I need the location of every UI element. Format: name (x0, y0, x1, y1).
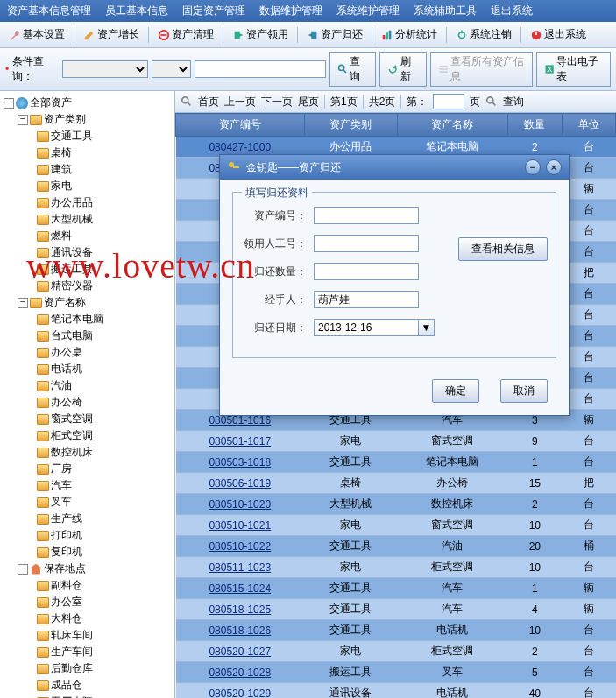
tree-leaf[interactable]: 数控机床 (4, 444, 171, 461)
table-row[interactable]: 080510-1020大型机械数控机床2台 (176, 494, 616, 515)
tree-leaf[interactable]: 生产线 (4, 511, 171, 527)
tree-leaf[interactable]: 汽车 (4, 477, 171, 494)
stats-button[interactable]: 分析统计 (378, 25, 441, 44)
basic-settings-button[interactable]: 基本设置 (5, 25, 68, 44)
tree-leaf[interactable]: 办公桌 (4, 344, 171, 361)
table-row[interactable]: 080520-1027家电柜式空调2台 (176, 641, 616, 662)
asset-clear-button[interactable]: 资产清理 (154, 25, 217, 44)
date-dropdown-button[interactable]: ▼ (419, 319, 435, 336)
tree-leaf[interactable]: 建筑 (4, 161, 171, 178)
tree-leaf[interactable]: 成品仓 (4, 677, 171, 694)
menu-item[interactable]: 退出系统 (491, 4, 533, 18)
table-row[interactable]: 080515-1024交通工具汽车1辆 (176, 578, 616, 599)
view-related-button[interactable]: 查看相关信息 (458, 237, 548, 261)
menu-item[interactable]: 资产基本信息管理 (7, 4, 91, 18)
table-row[interactable]: 080506-1019桌椅办公椅15把 (176, 473, 616, 494)
tree-leaf[interactable]: 办公椅 (4, 394, 171, 411)
tree-location[interactable]: −保存地点 (4, 561, 171, 577)
page-first[interactable]: 首页 (198, 95, 219, 109)
tree-leaf[interactable]: 副料仓 (4, 577, 171, 594)
menu-item[interactable]: 员工基本信息 (105, 4, 168, 18)
tree-category[interactable]: −资产类别 (4, 111, 171, 128)
page-input[interactable] (433, 94, 464, 109)
handler-input[interactable] (314, 291, 419, 308)
cancel-button[interactable]: 取消 (500, 379, 548, 403)
asset-return-button[interactable]: 资产归还 (303, 25, 366, 44)
asset-lend-button[interactable]: 资产领用 (229, 25, 292, 44)
tree-leaf[interactable]: 柜式空调 (4, 427, 171, 444)
asset-id-link[interactable]: 080510-1020 (209, 498, 271, 511)
asset-id-link[interactable]: 080518-1025 (209, 603, 271, 616)
collapse-icon[interactable]: − (18, 298, 28, 308)
table-row[interactable]: 080511-1023家电柜式空调10台 (176, 557, 616, 578)
column-header[interactable]: 资产名称 (397, 114, 508, 137)
tree-leaf[interactable]: 办公室 (4, 594, 171, 610)
tree-leaf[interactable]: 燃料 (4, 228, 171, 244)
asset-id-link[interactable]: 080520-1029 (209, 687, 271, 699)
menu-item[interactable]: 数据维护管理 (259, 4, 322, 18)
tree-leaf[interactable]: 通讯设备 (4, 244, 171, 261)
asset-id-link[interactable]: 080520-1028 (209, 666, 271, 679)
close-button[interactable]: × (546, 159, 562, 175)
search-button[interactable]: 查询 (329, 52, 376, 87)
asset-id-link[interactable]: 080501-1017 (209, 435, 271, 448)
menu-item[interactable]: 系统辅助工具 (414, 4, 477, 18)
view-all-button[interactable]: 查看所有资产信息 (430, 52, 533, 87)
table-row[interactable]: 080503-1018交通工具笔记本电脑1台 (176, 452, 616, 473)
tree-leaf[interactable]: 厂房 (4, 461, 171, 477)
tree-leaf[interactable]: 窗式空调 (4, 411, 171, 427)
tree-leaf[interactable]: 工厂大院 (4, 694, 171, 698)
tree-leaf[interactable]: 大料仓 (4, 610, 171, 627)
tree-leaf[interactable]: 叉车 (4, 494, 171, 511)
tree-leaf[interactable]: 汽油 (4, 377, 171, 394)
tree-leaf[interactable]: 电话机 (4, 361, 171, 377)
menu-item[interactable]: 系统维护管理 (336, 4, 400, 18)
table-row[interactable]: 080518-1026交通工具电话机10台 (176, 620, 616, 641)
refresh-button[interactable]: 刷新 (379, 52, 426, 87)
column-header[interactable]: 数量 (508, 114, 562, 137)
asset-id-link[interactable]: 080518-1026 (209, 624, 271, 637)
minimize-button[interactable]: − (525, 159, 541, 175)
table-row[interactable]: 080520-1029通讯设备电话机40台 (176, 683, 616, 699)
tree-root[interactable]: −全部资产 (4, 95, 171, 111)
asset-id-link[interactable]: 080520-1027 (209, 645, 271, 658)
collapse-icon[interactable]: − (4, 98, 14, 109)
collapse-icon[interactable]: − (18, 115, 28, 125)
tree-leaf[interactable]: 桌椅 (4, 145, 171, 161)
ok-button[interactable]: 确定 (432, 379, 479, 403)
menu-item[interactable]: 固定资产管理 (182, 4, 245, 18)
asset-id-link[interactable]: 080503-1018 (209, 456, 271, 469)
tree-leaf[interactable]: 笔记本电脑 (4, 311, 171, 328)
asset-id-link[interactable]: 080515-1024 (209, 582, 271, 595)
tree-leaf[interactable]: 后勤仓库 (4, 660, 171, 677)
export-button[interactable]: X导出电子表 (536, 52, 611, 87)
collapse-icon[interactable]: − (18, 564, 28, 575)
tree-leaf[interactable]: 精密仪器 (4, 278, 171, 294)
query-field-select[interactable] (62, 60, 148, 78)
return-date-input[interactable] (314, 319, 419, 336)
tree-leaf[interactable]: 台式电脑 (4, 328, 171, 344)
column-header[interactable]: 资产类别 (304, 114, 397, 137)
logoff-button[interactable]: 系统注销 (452, 25, 515, 44)
tree-leaf[interactable]: 家电 (4, 178, 171, 194)
emp-no-input[interactable] (314, 235, 419, 252)
page-go[interactable]: 查询 (503, 95, 524, 109)
asset-id-link[interactable]: 080510-1021 (209, 519, 271, 532)
table-row[interactable]: 080510-1022交通工具汽油20桶 (176, 536, 616, 557)
table-row[interactable]: 080501-1017家电窗式空调9台 (176, 431, 616, 452)
query-value-input[interactable] (195, 60, 326, 78)
asset-id-link[interactable]: 080506-1019 (209, 477, 271, 490)
tree-leaf[interactable]: 轧床车间 (4, 627, 171, 644)
exit-button[interactable]: 退出系统 (527, 25, 590, 44)
tree-leaf[interactable]: 搬运工具 (4, 261, 171, 278)
column-header[interactable]: 单位 (562, 114, 615, 137)
asset-id-link[interactable]: 080427-1000 (209, 141, 271, 153)
table-row[interactable]: 080510-1021家电窗式空调10台 (176, 515, 616, 536)
asset-id-link[interactable]: 080511-1023 (209, 561, 271, 574)
page-prev[interactable]: 上一页 (224, 95, 256, 109)
asset-id-link[interactable]: 080510-1022 (209, 540, 271, 553)
query-op-select[interactable] (152, 60, 191, 78)
dialog-title-bar[interactable]: 金钥匙——资产归还 − × (220, 155, 569, 180)
tree-leaf[interactable]: 复印机 (4, 544, 171, 561)
return-qty-input[interactable] (314, 263, 419, 280)
